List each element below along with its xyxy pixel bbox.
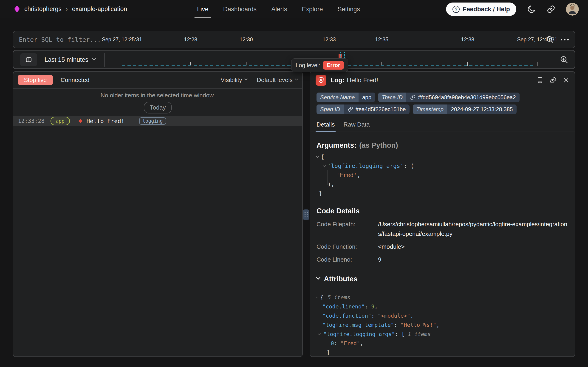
- divider: [104, 53, 105, 67]
- grip-dots-icon: [305, 212, 307, 217]
- chevron-down-icon: [92, 57, 96, 60]
- log-time: 12:33:28: [18, 118, 45, 124]
- metadata-badges: Service Name app Trace ID #fdd5694a8fa98…: [310, 89, 575, 114]
- chevron-down-icon: [295, 77, 298, 80]
- tab-settings[interactable]: Settings: [338, 0, 360, 18]
- top-nav: christophergs › example-application Live…: [0, 0, 588, 18]
- live-panel-header: Stop live Connected Visibility Default l…: [13, 72, 302, 89]
- tooltip-label: Log level:: [296, 62, 320, 69]
- log-detail-panel: Log: Hello Fred! Service Name app: [310, 71, 575, 357]
- divider: [316, 289, 568, 289]
- default-levels-dropdown[interactable]: Default levels: [257, 76, 298, 83]
- tab-explore[interactable]: Explore: [302, 0, 323, 18]
- live-logs-panel: Stop live Connected Visibility Default l…: [13, 71, 303, 357]
- empty-window-message: No older items in the selected time wind…: [13, 92, 302, 99]
- tab-raw-data[interactable]: Raw Data: [343, 121, 370, 132]
- detail-tabs: Details Raw Data: [310, 121, 575, 132]
- link-icon: [348, 106, 353, 112]
- code-lineno-row: Code Lineno: 9: [316, 255, 568, 264]
- service-name-badge: Service Name app: [316, 92, 375, 102]
- feedback-help-button[interactable]: ? Feedback / Help: [446, 2, 516, 16]
- breadcrumb: christophergs › example-application: [24, 5, 127, 13]
- chevron-down-icon: [316, 275, 320, 280]
- log-level-tooltip: Log level: Error: [291, 58, 348, 72]
- tab-live[interactable]: Live: [197, 0, 208, 18]
- span-id-badge[interactable]: Span ID #ea4d5f226ec151be: [316, 105, 410, 114]
- time-range-selector[interactable]: Last 15 minutes: [45, 50, 95, 69]
- log-row-selected[interactable]: 12:33:28 app Hello Fred! logging: [13, 116, 302, 126]
- today-button[interactable]: Today: [144, 102, 172, 113]
- error-level-badge: Error: [323, 61, 344, 70]
- time-range-label: Last 15 minutes: [45, 56, 88, 63]
- log-message: Hello Fred!: [87, 118, 125, 125]
- breadcrumb-project[interactable]: example-application: [72, 6, 127, 13]
- sql-filter-bar: [13, 31, 575, 48]
- logfire-app: christophergs › example-application Live…: [0, 0, 588, 367]
- dark-mode-moon-icon[interactable]: [527, 5, 536, 14]
- link-icon: [410, 94, 416, 100]
- error-diamond-icon: [79, 119, 83, 123]
- visibility-dropdown[interactable]: Visibility: [221, 76, 247, 83]
- code-function-row: Code Function: <module>: [316, 242, 568, 251]
- breadcrumb-separator-icon: ›: [65, 5, 68, 13]
- logfire-logo-icon[interactable]: [14, 6, 20, 12]
- tab-details[interactable]: Details: [316, 121, 335, 132]
- sql-filter-input[interactable]: [13, 36, 575, 43]
- detail-title: Hello Fred!: [347, 76, 378, 84]
- panel-resize-handle[interactable]: [303, 209, 309, 220]
- zoom-in-icon[interactable]: [560, 55, 569, 64]
- nav-right: ? Feedback / Help: [446, 0, 579, 18]
- attributes-code-block: {5 items "code.lineno": 9, "code.functio…: [316, 293, 568, 357]
- detail-title-prefix: Log:: [331, 76, 345, 84]
- code-details-heading: Code Details: [316, 207, 568, 215]
- connection-status: Connected: [61, 76, 90, 83]
- error-shield-icon: [315, 75, 326, 86]
- detail-header: Log: Hello Fred!: [310, 72, 575, 89]
- split-view-icon[interactable]: [537, 77, 543, 83]
- share-link-icon[interactable]: [547, 5, 555, 14]
- more-options-icon[interactable]: [561, 39, 569, 41]
- question-icon: ?: [453, 6, 460, 13]
- user-avatar[interactable]: [566, 3, 579, 16]
- feedback-help-label: Feedback / Help: [463, 6, 510, 13]
- breadcrumb-org[interactable]: christophergs: [24, 6, 62, 13]
- chevron-down-icon: [244, 77, 248, 80]
- timestamp-badge: Timestamp 2024-09-27 12:33:28.385: [413, 105, 517, 114]
- service-badge: app: [50, 117, 70, 125]
- stop-live-button[interactable]: Stop live: [18, 75, 53, 85]
- detail-body: Arguments:(as Python) { 'logfire.logging…: [310, 141, 575, 357]
- copy-link-icon[interactable]: [550, 77, 557, 84]
- tab-alerts[interactable]: Alerts: [271, 0, 287, 18]
- nav-tabs: Live Dashboards Alerts Explore Settings: [197, 0, 360, 18]
- trace-id-badge[interactable]: Trace ID #fdd5694a8fa98eb4e301d99ebc056e…: [378, 92, 520, 102]
- tab-dashboards[interactable]: Dashboards: [223, 0, 257, 18]
- close-icon[interactable]: [563, 77, 569, 83]
- code-filepath-row: Code Filepath: /Users/christophersamiull…: [316, 219, 568, 239]
- attributes-heading[interactable]: Attributes: [316, 275, 568, 283]
- sidebar-toggle-icon[interactable]: [20, 53, 37, 66]
- arguments-heading: Arguments:(as Python): [316, 141, 568, 150]
- logging-tag: logging: [139, 117, 166, 125]
- arguments-code-block: { 'logfire.logging_args': ( 'Fred', ), }: [316, 152, 568, 199]
